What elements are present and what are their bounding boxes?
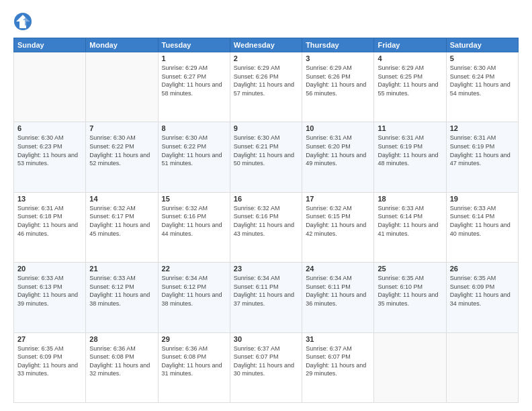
week-row-2: 6Sunrise: 6:30 AMSunset: 6:23 PMDaylight…	[14, 122, 519, 192]
calendar-cell: 4Sunrise: 6:29 AMSunset: 6:25 PMDaylight…	[374, 52, 446, 122]
day-number: 14	[89, 195, 154, 203]
calendar-cell: 5Sunrise: 6:30 AMSunset: 6:24 PMDaylight…	[446, 52, 518, 122]
day-number: 8	[162, 124, 226, 132]
day-info: Sunrise: 6:37 AMSunset: 6:07 PMDaylight:…	[306, 345, 370, 378]
day-number: 22	[162, 265, 226, 273]
day-info: Sunrise: 6:36 AMSunset: 6:08 PMDaylight:…	[89, 345, 154, 378]
day-info: Sunrise: 6:33 AMSunset: 6:14 PMDaylight:…	[378, 204, 442, 238]
day-info: Sunrise: 6:32 AMSunset: 6:17 PMDaylight:…	[89, 204, 154, 238]
day-info: Sunrise: 6:31 AMSunset: 6:18 PMDaylight:…	[17, 204, 82, 238]
day-number: 5	[450, 54, 515, 62]
day-number: 31	[306, 335, 370, 343]
calendar-cell: 31Sunrise: 6:37 AMSunset: 6:07 PMDayligh…	[302, 332, 374, 402]
week-row-4: 20Sunrise: 6:33 AMSunset: 6:13 PMDayligh…	[14, 263, 519, 332]
day-info: Sunrise: 6:29 AMSunset: 6:26 PMDaylight:…	[306, 64, 370, 97]
calendar-cell: 17Sunrise: 6:32 AMSunset: 6:15 PMDayligh…	[302, 192, 374, 262]
day-number: 4	[378, 54, 442, 62]
calendar-cell: 2Sunrise: 6:29 AMSunset: 6:26 PMDaylight…	[230, 52, 302, 122]
calendar-header-sunday: Sunday	[14, 38, 86, 52]
calendar-cell: 26Sunrise: 6:35 AMSunset: 6:09 PMDayligh…	[446, 263, 518, 332]
page: SundayMondayTuesdayWednesdayThursdayFrid…	[0, 0, 532, 411]
day-number: 25	[378, 265, 442, 273]
calendar-cell: 12Sunrise: 6:31 AMSunset: 6:19 PMDayligh…	[446, 122, 518, 192]
day-number: 29	[162, 335, 226, 343]
calendar-header-wednesday: Wednesday	[230, 38, 302, 52]
day-number: 16	[234, 195, 298, 203]
day-info: Sunrise: 6:30 AMSunset: 6:23 PMDaylight:…	[17, 134, 82, 167]
day-info: Sunrise: 6:31 AMSunset: 6:19 PMDaylight:…	[378, 134, 442, 167]
day-number: 23	[234, 265, 298, 273]
calendar-cell	[446, 332, 518, 402]
day-number: 30	[234, 335, 298, 343]
calendar-cell: 30Sunrise: 6:37 AMSunset: 6:07 PMDayligh…	[230, 332, 302, 402]
calendar-header-saturday: Saturday	[446, 38, 518, 52]
day-info: Sunrise: 6:30 AMSunset: 6:21 PMDaylight:…	[234, 134, 298, 167]
calendar-cell	[374, 332, 446, 402]
day-info: Sunrise: 6:32 AMSunset: 6:16 PMDaylight:…	[162, 204, 226, 238]
calendar-cell: 3Sunrise: 6:29 AMSunset: 6:26 PMDaylight…	[302, 52, 374, 122]
day-number: 3	[306, 54, 370, 62]
day-number: 12	[450, 124, 515, 132]
calendar-cell: 14Sunrise: 6:32 AMSunset: 6:17 PMDayligh…	[86, 192, 158, 262]
day-info: Sunrise: 6:32 AMSunset: 6:16 PMDaylight:…	[234, 204, 298, 238]
day-info: Sunrise: 6:35 AMSunset: 6:10 PMDaylight:…	[378, 274, 442, 308]
week-row-5: 27Sunrise: 6:35 AMSunset: 6:09 PMDayligh…	[14, 332, 519, 402]
calendar-cell: 9Sunrise: 6:30 AMSunset: 6:21 PMDaylight…	[230, 122, 302, 192]
week-row-1: 1Sunrise: 6:29 AMSunset: 6:27 PMDaylight…	[14, 52, 519, 122]
calendar-cell: 8Sunrise: 6:30 AMSunset: 6:22 PMDaylight…	[158, 122, 230, 192]
day-info: Sunrise: 6:36 AMSunset: 6:08 PMDaylight:…	[162, 345, 226, 378]
logo-icon	[13, 12, 32, 31]
day-number: 17	[306, 195, 370, 203]
day-number: 26	[450, 265, 515, 273]
calendar-header-thursday: Thursday	[302, 38, 374, 52]
day-number: 27	[17, 335, 82, 343]
calendar-cell: 22Sunrise: 6:34 AMSunset: 6:12 PMDayligh…	[158, 263, 230, 332]
day-number: 6	[17, 124, 82, 132]
day-info: Sunrise: 6:33 AMSunset: 6:14 PMDaylight:…	[450, 204, 515, 238]
logo	[13, 12, 35, 31]
day-info: Sunrise: 6:35 AMSunset: 6:09 PMDaylight:…	[450, 274, 515, 308]
calendar-cell: 16Sunrise: 6:32 AMSunset: 6:16 PMDayligh…	[230, 192, 302, 262]
calendar-cell: 11Sunrise: 6:31 AMSunset: 6:19 PMDayligh…	[374, 122, 446, 192]
day-number: 20	[17, 265, 82, 273]
day-number: 24	[306, 265, 370, 273]
day-info: Sunrise: 6:32 AMSunset: 6:15 PMDaylight:…	[306, 204, 370, 238]
day-number: 2	[234, 54, 298, 62]
calendar-header-friday: Friday	[374, 38, 446, 52]
calendar-cell: 29Sunrise: 6:36 AMSunset: 6:08 PMDayligh…	[158, 332, 230, 402]
calendar-cell: 18Sunrise: 6:33 AMSunset: 6:14 PMDayligh…	[374, 192, 446, 262]
day-info: Sunrise: 6:35 AMSunset: 6:09 PMDaylight:…	[17, 345, 82, 378]
calendar-header-tuesday: Tuesday	[158, 38, 230, 52]
calendar-cell: 7Sunrise: 6:30 AMSunset: 6:22 PMDaylight…	[86, 122, 158, 192]
calendar-cell: 27Sunrise: 6:35 AMSunset: 6:09 PMDayligh…	[14, 332, 86, 402]
day-number: 1	[162, 54, 226, 62]
day-number: 21	[89, 265, 154, 273]
header	[13, 12, 519, 31]
day-info: Sunrise: 6:33 AMSunset: 6:13 PMDaylight:…	[17, 274, 82, 308]
calendar-cell: 19Sunrise: 6:33 AMSunset: 6:14 PMDayligh…	[446, 192, 518, 262]
day-info: Sunrise: 6:37 AMSunset: 6:07 PMDaylight:…	[234, 345, 298, 378]
day-number: 9	[234, 124, 298, 132]
day-info: Sunrise: 6:30 AMSunset: 6:22 PMDaylight:…	[162, 134, 226, 167]
day-number: 18	[378, 195, 442, 203]
calendar-cell: 10Sunrise: 6:31 AMSunset: 6:20 PMDayligh…	[302, 122, 374, 192]
calendar-header-row: SundayMondayTuesdayWednesdayThursdayFrid…	[14, 38, 519, 52]
calendar-cell: 21Sunrise: 6:33 AMSunset: 6:12 PMDayligh…	[86, 263, 158, 332]
calendar-cell: 25Sunrise: 6:35 AMSunset: 6:10 PMDayligh…	[374, 263, 446, 332]
calendar-cell: 15Sunrise: 6:32 AMSunset: 6:16 PMDayligh…	[158, 192, 230, 262]
day-info: Sunrise: 6:34 AMSunset: 6:11 PMDaylight:…	[234, 274, 298, 308]
day-info: Sunrise: 6:31 AMSunset: 6:20 PMDaylight:…	[306, 134, 370, 167]
calendar-cell	[86, 52, 158, 122]
day-info: Sunrise: 6:30 AMSunset: 6:24 PMDaylight:…	[450, 64, 515, 97]
day-info: Sunrise: 6:34 AMSunset: 6:12 PMDaylight:…	[162, 274, 226, 308]
calendar-cell	[14, 52, 86, 122]
day-number: 28	[89, 335, 154, 343]
calendar-cell: 24Sunrise: 6:34 AMSunset: 6:11 PMDayligh…	[302, 263, 374, 332]
week-row-3: 13Sunrise: 6:31 AMSunset: 6:18 PMDayligh…	[14, 192, 519, 262]
day-info: Sunrise: 6:34 AMSunset: 6:11 PMDaylight:…	[306, 274, 370, 308]
calendar-header-monday: Monday	[86, 38, 158, 52]
day-info: Sunrise: 6:29 AMSunset: 6:26 PMDaylight:…	[234, 64, 298, 97]
calendar-cell: 1Sunrise: 6:29 AMSunset: 6:27 PMDaylight…	[158, 52, 230, 122]
calendar-table: SundayMondayTuesdayWednesdayThursdayFrid…	[13, 38, 519, 403]
calendar-cell: 20Sunrise: 6:33 AMSunset: 6:13 PMDayligh…	[14, 263, 86, 332]
